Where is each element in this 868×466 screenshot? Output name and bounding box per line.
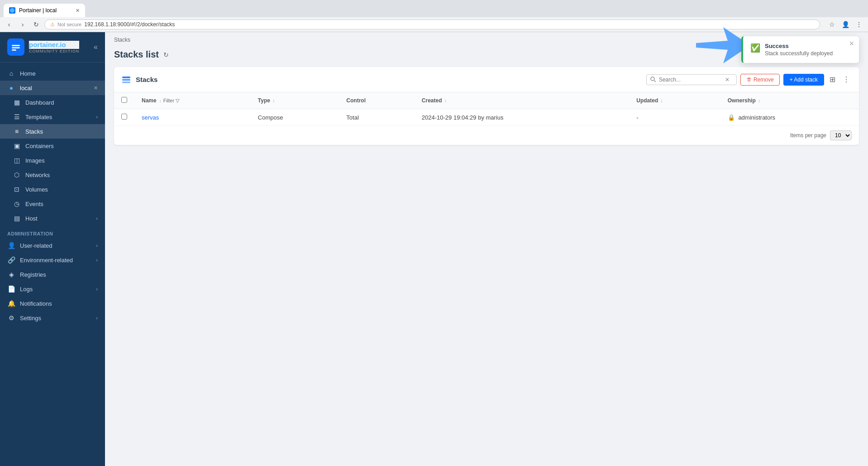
templates-chevron-icon: › <box>96 114 98 120</box>
menu-button[interactable]: ⋮ <box>854 19 864 30</box>
updated-sort-icon[interactable]: ↕ <box>661 98 663 103</box>
logs-icon: 📄 <box>7 285 15 293</box>
logo-text: portainer.io Community Edition <box>29 41 79 54</box>
svg-rect-1 <box>12 45 20 46</box>
svg-rect-4 <box>122 77 130 78</box>
tab-close-button[interactable]: ✕ <box>76 8 80 14</box>
sidebar-item-settings-label: Settings <box>20 315 41 322</box>
svg-rect-5 <box>122 79 130 81</box>
sidebar-item-environment-related[interactable]: 🔗 Environment-related › <box>0 253 105 267</box>
templates-icon: ☰ <box>13 113 21 120</box>
row-updated-cell: - <box>629 109 720 126</box>
sidebar-item-events-label: Events <box>25 201 43 207</box>
sidebar-nav: ⌂ Home ● local ✕ ▦ Dashboard ☰ Templates… <box>0 62 105 466</box>
stacks-table: Name ↓ Filter ▽ Type ↕ <box>114 92 859 126</box>
sidebar-item-notifications[interactable]: 🔔 Notifications <box>0 296 105 311</box>
row-ownership-cell: 🔒 administrators <box>720 109 859 126</box>
sidebar-item-user-related[interactable]: 👤 User-related › <box>0 238 105 253</box>
search-box[interactable]: ✕ <box>646 74 737 85</box>
sidebar-item-notifications-label: Notifications <box>20 300 52 307</box>
refresh-button[interactable]: ↻ <box>163 51 169 58</box>
col-control-label: Control <box>346 97 366 104</box>
sidebar-item-stacks-label: Stacks <box>25 128 43 135</box>
url-warning-text: Not secure <box>57 22 81 27</box>
browser-nav: ‹ › ↻ ⚠ Not secure 192.168.1.18:9000/#!/… <box>0 17 868 32</box>
name-sort-icon[interactable]: ↓ <box>159 98 162 103</box>
col-type-label: Type <box>258 97 270 104</box>
ownership-value: administrators <box>738 114 775 121</box>
svg-point-0 <box>10 8 14 13</box>
networks-icon: ⬡ <box>13 171 21 178</box>
sidebar-item-templates[interactable]: ☰ Templates › <box>0 110 105 124</box>
col-created-label: Created <box>422 97 442 104</box>
filter-button[interactable]: Filter ▽ <box>163 98 179 104</box>
sidebar-item-stacks[interactable]: ≡ Stacks <box>0 124 105 139</box>
add-stack-button[interactable]: + Add stack <box>783 74 824 86</box>
sidebar-item-dashboard[interactable]: ▦ Dashboard <box>0 95 105 110</box>
col-name-label: Name <box>142 97 157 104</box>
sidebar-item-host[interactable]: ▤ Host › <box>0 211 105 226</box>
created-sort-icon[interactable]: ↕ <box>444 98 447 103</box>
card-title: Stacks <box>136 76 157 83</box>
url-bar[interactable]: ⚠ Not secure 192.168.1.18:9000/#!/2/dock… <box>44 19 820 29</box>
items-per-page-select[interactable]: 10 20 50 <box>830 130 852 140</box>
table-body: servas Compose Total 2024-10-29 19:04:29… <box>114 109 859 126</box>
ownership-sort-icon[interactable]: ↕ <box>758 98 760 103</box>
sidebar-item-home-label: Home <box>20 70 36 77</box>
local-env-icon: ● <box>7 84 15 91</box>
local-close-icon[interactable]: ✕ <box>94 85 98 91</box>
bookmark-button[interactable]: ☆ <box>826 19 837 30</box>
search-input[interactable] <box>659 77 722 83</box>
th-control: Control <box>339 92 415 109</box>
sidebar-item-local[interactable]: ● local ✕ <box>0 81 105 95</box>
sidebar-item-registries[interactable]: ◈ Registries <box>0 267 105 282</box>
sidebar-item-local-label: local <box>20 85 32 91</box>
reload-button[interactable]: ↻ <box>31 19 42 30</box>
remove-button[interactable]: Remove <box>740 74 780 86</box>
sidebar-item-images[interactable]: ◫ Images <box>0 153 105 168</box>
sidebar-logo: portainer.io Community Edition « <box>0 32 105 62</box>
back-button[interactable]: ‹ <box>4 19 14 30</box>
sidebar-item-logs-label: Logs <box>20 286 33 293</box>
dashboard-icon: ▦ <box>13 99 21 106</box>
stacks-icon <box>121 75 131 85</box>
page-title: Stacks list <box>114 49 159 60</box>
sidebar-item-images-label: Images <box>25 157 45 164</box>
stack-name-link[interactable]: servas <box>142 114 159 121</box>
row-type-cell: Compose <box>251 109 339 126</box>
sidebar-item-home[interactable]: ⌂ Home <box>0 66 105 81</box>
sidebar-item-logs[interactable]: 📄 Logs › <box>0 282 105 296</box>
browser-right-controls: ☆ 👤 ⋮ <box>826 19 864 30</box>
admin-section-label: Administration <box>0 226 105 238</box>
row-checkbox[interactable] <box>121 114 127 120</box>
card-header: Stacks ✕ Remove + Add stack ⊞ <box>114 67 859 92</box>
profile-button[interactable]: 👤 <box>840 19 851 30</box>
svg-line-8 <box>654 81 656 82</box>
th-ownership: Ownership ↕ <box>720 92 859 109</box>
sidebar-collapse-button[interactable]: « <box>94 43 98 51</box>
sidebar-item-networks[interactable]: ⬡ Networks <box>0 168 105 182</box>
user-related-icon: 👤 <box>7 242 15 249</box>
sidebar-item-settings[interactable]: ⚙ Settings › <box>0 311 105 325</box>
settings-icon: ⚙ <box>7 314 15 322</box>
select-all-checkbox[interactable] <box>121 97 127 103</box>
security-warning: ⚠ <box>50 22 55 28</box>
forward-button[interactable]: › <box>17 19 28 30</box>
stacks-sidebar-icon: ≡ <box>13 128 21 135</box>
toast-close-button[interactable]: ✕ <box>849 40 854 47</box>
svg-point-7 <box>651 77 654 81</box>
toast-container: ✅ Success Stack successfully deployed ✕ <box>741 36 859 63</box>
sidebar-item-events[interactable]: ◷ Events <box>0 197 105 211</box>
th-type: Type ↕ <box>251 92 339 109</box>
sidebar-item-volumes[interactable]: ⊡ Volumes <box>0 182 105 197</box>
browser-tab[interactable]: Portainer | local ✕ <box>4 4 85 17</box>
type-sort-icon[interactable]: ↕ <box>272 98 275 103</box>
view-toggle-button[interactable]: ⊞ <box>828 73 837 86</box>
filter-label: Filter <box>163 98 174 103</box>
remove-icon <box>746 77 752 82</box>
search-clear-button[interactable]: ✕ <box>725 77 730 83</box>
tab-favicon <box>9 7 15 14</box>
more-options-button[interactable]: ⋮ <box>841 73 852 86</box>
table-row: servas Compose Total 2024-10-29 19:04:29… <box>114 109 859 126</box>
sidebar-item-containers[interactable]: ▣ Containers <box>0 139 105 153</box>
